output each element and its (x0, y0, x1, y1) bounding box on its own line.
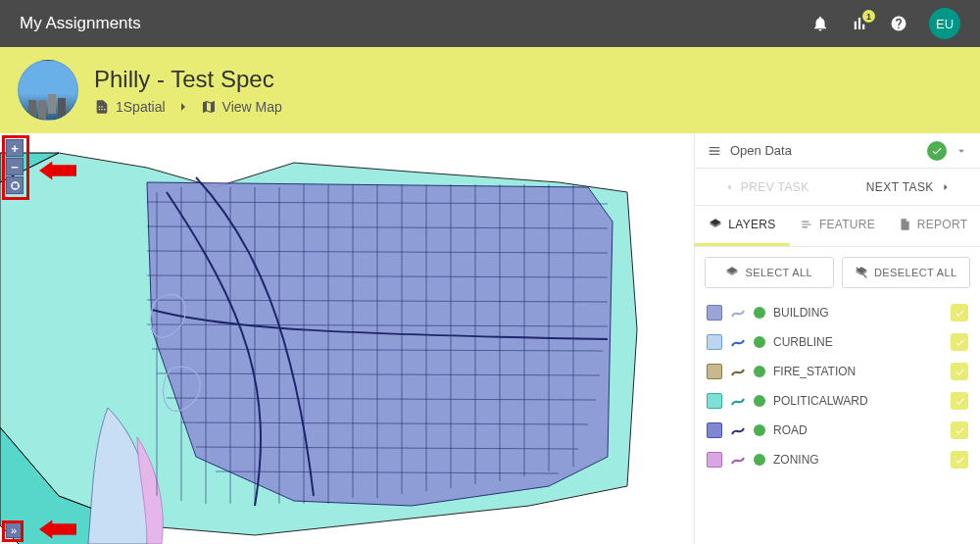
project-title: Philly - Test Spec (94, 66, 282, 93)
tab-layers-label: LAYERS (728, 218, 775, 231)
layer-line-icon (730, 393, 746, 409)
side-panel: Open Data PREV TASK NEXT TASK LAYERS (694, 133, 980, 544)
task-nav: PREV TASK NEXT TASK (695, 169, 980, 206)
layer-list: BUILDING CURBLINE FIRE_STATION (695, 298, 980, 474)
layer-item[interactable]: POLITICALWARD (695, 386, 980, 416)
layer-swatch-icon (707, 393, 722, 409)
map-canvas[interactable]: + − » (0, 133, 694, 544)
layer-visible-toggle[interactable] (951, 451, 968, 469)
chevron-right-icon (175, 99, 191, 115)
layer-line-icon (730, 422, 746, 438)
page-title: My Assignments (20, 14, 141, 33)
project-info: Philly - Test Spec 1Spatial View Map (94, 66, 282, 115)
breadcrumb: 1Spatial View Map (94, 99, 282, 115)
breadcrumb-org-label: 1Spatial (116, 99, 166, 115)
panel-header: Open Data (695, 133, 980, 169)
layer-visible-toggle[interactable] (951, 363, 968, 380)
layer-status-dot (754, 454, 765, 466)
status-ok-icon[interactable] (927, 141, 947, 161)
layer-status-dot (754, 424, 765, 436)
layer-label: BUILDING (773, 306, 943, 320)
chart-icon[interactable]: 1 (851, 15, 868, 32)
layer-line-icon (730, 334, 746, 350)
layer-visible-toggle[interactable] (951, 304, 968, 321)
deselect-all-label: DESELECT ALL (874, 267, 957, 278)
select-all-label: SELECT ALL (745, 267, 812, 278)
prev-task-button: PREV TASK (695, 169, 838, 205)
layer-status-dot (754, 366, 765, 377)
layer-visible-toggle[interactable] (951, 421, 968, 439)
layer-status-dot (754, 395, 765, 407)
next-task-label: NEXT TASK (866, 180, 934, 194)
map-svg (0, 133, 694, 544)
chart-badge: 1 (862, 10, 875, 23)
panel-title[interactable]: Open Data (730, 143, 919, 158)
main: + − » Open Data PRE (0, 133, 980, 544)
panel-tabs: LAYERS FEATURE REPORT (695, 206, 980, 247)
layer-status-dot (754, 307, 765, 319)
layer-line-icon (730, 305, 746, 321)
help-icon[interactable] (890, 15, 907, 32)
avatar[interactable]: EU (929, 8, 960, 39)
annotation-highlight-expand (2, 520, 24, 542)
select-all-button[interactable]: SELECT ALL (705, 257, 834, 288)
list-icon (707, 143, 722, 159)
prev-task-label: PREV TASK (741, 180, 809, 194)
layer-line-icon (730, 364, 746, 379)
layer-visible-toggle[interactable] (951, 333, 968, 351)
annotation-highlight-zoom (2, 135, 29, 200)
select-row: SELECT ALL DESELECT ALL (695, 247, 980, 298)
next-task-button[interactable]: NEXT TASK (838, 169, 981, 205)
layer-item[interactable]: ZONING (695, 445, 980, 474)
breadcrumb-viewmap[interactable]: View Map (201, 99, 282, 115)
layer-swatch-icon (707, 452, 722, 468)
topbar-actions: 1 EU (811, 8, 960, 39)
layer-item[interactable]: CURBLINE (695, 327, 980, 357)
breadcrumb-viewmap-label: View Map (222, 99, 282, 115)
deselect-all-button[interactable]: DESELECT ALL (842, 257, 971, 288)
tab-report[interactable]: REPORT (885, 206, 980, 246)
layer-label: CURBLINE (773, 335, 943, 349)
layer-label: POLITICALWARD (773, 394, 943, 408)
tab-layers[interactable]: LAYERS (695, 206, 790, 246)
layer-visible-toggle[interactable] (951, 392, 968, 410)
project-thumbnail (18, 60, 78, 121)
layer-swatch-icon (707, 305, 722, 321)
tab-report-label: REPORT (917, 218, 968, 231)
topbar: My Assignments 1 EU (0, 0, 980, 47)
layer-swatch-icon (707, 364, 722, 379)
tab-feature[interactable]: FEATURE (790, 206, 885, 246)
breadcrumb-org[interactable]: 1Spatial (94, 99, 166, 115)
tab-feature-label: FEATURE (819, 218, 875, 231)
layer-label: ROAD (773, 423, 943, 437)
layer-label: FIRE_STATION (773, 365, 943, 378)
layer-swatch-icon (707, 422, 722, 438)
bell-icon[interactable] (811, 15, 829, 32)
layer-swatch-icon (707, 334, 722, 350)
layer-line-icon (730, 452, 746, 468)
layer-status-dot (754, 336, 765, 348)
layer-item[interactable]: FIRE_STATION (695, 357, 980, 386)
annotation-arrow-bottom (39, 519, 76, 539)
annotation-arrow-top (39, 161, 76, 180)
layer-label: ZONING (773, 453, 943, 467)
chevron-down-icon[interactable] (955, 144, 968, 158)
project-header: Philly - Test Spec 1Spatial View Map (0, 47, 980, 133)
layer-item[interactable]: BUILDING (695, 298, 980, 327)
layer-item[interactable]: ROAD (695, 416, 980, 445)
